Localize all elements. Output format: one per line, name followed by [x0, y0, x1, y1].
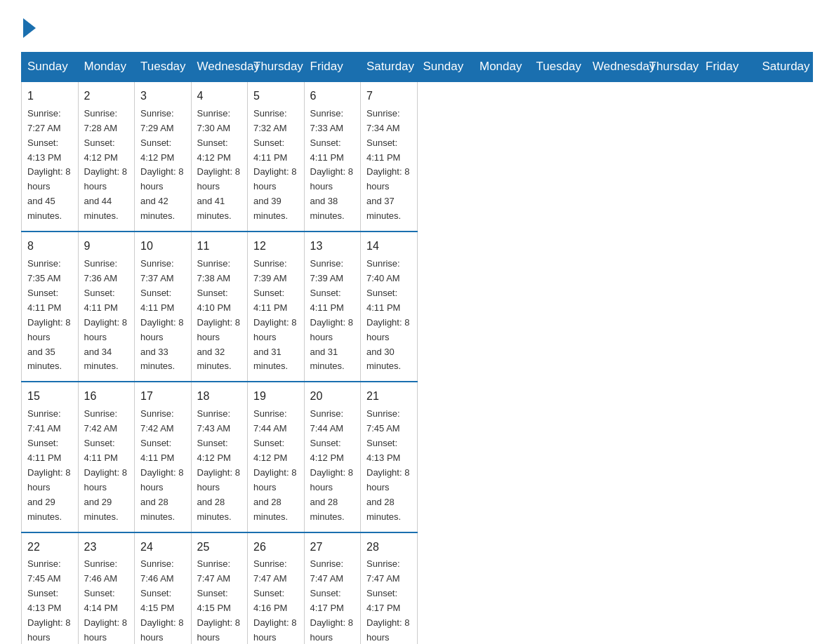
day-number: 13 — [310, 238, 355, 255]
calendar-day-cell: 22Sunrise: 7:45 AM Sunset: 4:13 PM Dayli… — [22, 532, 79, 644]
day-of-week-header: Wednesday — [587, 53, 644, 82]
day-number: 21 — [366, 388, 411, 405]
calendar-week-row: 15Sunrise: 7:41 AM Sunset: 4:11 PM Dayli… — [22, 382, 813, 532]
day-info-text: Sunrise: 7:35 AM Sunset: 4:11 PM Dayligh… — [27, 258, 70, 371]
calendar-day-cell: 2Sunrise: 7:28 AM Sunset: 4:12 PM Daylig… — [78, 81, 135, 232]
calendar-day-cell: 26Sunrise: 7:47 AM Sunset: 4:16 PM Dayli… — [248, 532, 305, 644]
day-info-text: Sunrise: 7:41 AM Sunset: 4:11 PM Dayligh… — [27, 408, 70, 521]
calendar-day-cell: 19Sunrise: 7:44 AM Sunset: 4:12 PM Dayli… — [248, 382, 305, 532]
day-of-week-header: Sunday — [22, 53, 79, 82]
day-number: 15 — [27, 388, 72, 405]
day-info-text: Sunrise: 7:45 AM Sunset: 4:13 PM Dayligh… — [27, 558, 70, 644]
calendar-day-cell: 20Sunrise: 7:44 AM Sunset: 4:12 PM Dayli… — [304, 382, 361, 532]
day-number: 17 — [140, 388, 185, 405]
day-number: 16 — [84, 388, 129, 405]
day-number: 25 — [197, 539, 242, 556]
logo — [21, 21, 36, 38]
day-of-week-header: Tuesday — [530, 53, 587, 82]
day-number: 5 — [253, 88, 298, 105]
calendar-day-cell: 25Sunrise: 7:47 AM Sunset: 4:15 PM Dayli… — [191, 532, 248, 644]
day-info-text: Sunrise: 7:28 AM Sunset: 4:12 PM Dayligh… — [84, 108, 127, 221]
day-info-text: Sunrise: 7:47 AM Sunset: 4:17 PM Dayligh… — [366, 558, 409, 644]
day-number: 11 — [197, 238, 242, 255]
calendar-day-cell: 15Sunrise: 7:41 AM Sunset: 4:11 PM Dayli… — [22, 382, 79, 532]
day-number: 14 — [366, 238, 411, 255]
day-info-text: Sunrise: 7:45 AM Sunset: 4:13 PM Dayligh… — [366, 408, 409, 521]
day-of-week-header: Monday — [474, 53, 531, 82]
day-info-text: Sunrise: 7:38 AM Sunset: 4:10 PM Dayligh… — [197, 258, 240, 371]
day-info-text: Sunrise: 7:40 AM Sunset: 4:11 PM Dayligh… — [366, 258, 409, 371]
day-of-week-header: Friday — [304, 53, 361, 82]
calendar-day-cell: 18Sunrise: 7:43 AM Sunset: 4:12 PM Dayli… — [191, 382, 248, 532]
calendar-week-row: 1Sunrise: 7:27 AM Sunset: 4:13 PM Daylig… — [22, 81, 813, 232]
day-info-text: Sunrise: 7:47 AM Sunset: 4:16 PM Dayligh… — [253, 558, 296, 644]
day-of-week-header: Thursday — [643, 53, 700, 82]
day-of-week-header: Sunday — [417, 53, 474, 82]
day-info-text: Sunrise: 7:27 AM Sunset: 4:13 PM Dayligh… — [27, 108, 70, 221]
day-info-text: Sunrise: 7:44 AM Sunset: 4:12 PM Dayligh… — [310, 408, 353, 521]
day-info-text: Sunrise: 7:46 AM Sunset: 4:15 PM Dayligh… — [140, 558, 183, 644]
day-of-week-header: Friday — [700, 53, 757, 82]
day-number: 4 — [197, 88, 242, 105]
day-info-text: Sunrise: 7:47 AM Sunset: 4:15 PM Dayligh… — [197, 558, 240, 644]
day-number: 9 — [84, 238, 129, 255]
day-of-week-header: Monday — [78, 53, 135, 82]
day-info-text: Sunrise: 7:34 AM Sunset: 4:11 PM Dayligh… — [366, 108, 409, 221]
calendar-day-cell: 23Sunrise: 7:46 AM Sunset: 4:14 PM Dayli… — [78, 532, 135, 644]
calendar-table: SundayMondayTuesdayWednesdayThursdayFrid… — [21, 52, 813, 644]
page-header — [21, 21, 813, 38]
day-of-week-header: Saturday — [756, 53, 813, 82]
day-info-text: Sunrise: 7:29 AM Sunset: 4:12 PM Dayligh… — [140, 108, 183, 221]
day-info-text: Sunrise: 7:42 AM Sunset: 4:11 PM Dayligh… — [140, 408, 183, 521]
day-info-text: Sunrise: 7:37 AM Sunset: 4:11 PM Dayligh… — [140, 258, 183, 371]
day-of-week-header: Saturday — [361, 53, 418, 82]
calendar-day-cell: 28Sunrise: 7:47 AM Sunset: 4:17 PM Dayli… — [361, 532, 418, 644]
day-number: 10 — [140, 238, 185, 255]
day-info-text: Sunrise: 7:43 AM Sunset: 4:12 PM Dayligh… — [197, 408, 240, 521]
logo-arrow-icon — [23, 18, 36, 38]
day-number: 24 — [140, 539, 185, 556]
day-info-text: Sunrise: 7:44 AM Sunset: 4:12 PM Dayligh… — [253, 408, 296, 521]
calendar-day-cell: 10Sunrise: 7:37 AM Sunset: 4:11 PM Dayli… — [135, 232, 192, 382]
day-number: 20 — [310, 388, 355, 405]
calendar-day-cell: 17Sunrise: 7:42 AM Sunset: 4:11 PM Dayli… — [135, 382, 192, 532]
calendar-day-cell: 14Sunrise: 7:40 AM Sunset: 4:11 PM Dayli… — [361, 232, 418, 382]
day-info-text: Sunrise: 7:32 AM Sunset: 4:11 PM Dayligh… — [253, 108, 296, 221]
day-number: 12 — [253, 238, 298, 255]
day-of-week-header: Tuesday — [135, 53, 192, 82]
calendar-week-row: 8Sunrise: 7:35 AM Sunset: 4:11 PM Daylig… — [22, 232, 813, 382]
day-number: 19 — [253, 388, 298, 405]
day-number: 28 — [366, 539, 411, 556]
day-info-text: Sunrise: 7:42 AM Sunset: 4:11 PM Dayligh… — [84, 408, 127, 521]
calendar-day-cell: 3Sunrise: 7:29 AM Sunset: 4:12 PM Daylig… — [135, 81, 192, 232]
day-number: 6 — [310, 88, 355, 105]
day-number: 7 — [366, 88, 411, 105]
day-info-text: Sunrise: 7:47 AM Sunset: 4:17 PM Dayligh… — [310, 558, 353, 644]
day-info-text: Sunrise: 7:39 AM Sunset: 4:11 PM Dayligh… — [253, 258, 296, 371]
calendar-day-cell: 7Sunrise: 7:34 AM Sunset: 4:11 PM Daylig… — [361, 81, 418, 232]
day-info-text: Sunrise: 7:30 AM Sunset: 4:12 PM Dayligh… — [197, 108, 240, 221]
day-of-week-header: Thursday — [248, 53, 305, 82]
calendar-day-cell: 24Sunrise: 7:46 AM Sunset: 4:15 PM Dayli… — [135, 532, 192, 644]
day-number: 3 — [140, 88, 185, 105]
day-number: 26 — [253, 539, 298, 556]
calendar-day-cell: 4Sunrise: 7:30 AM Sunset: 4:12 PM Daylig… — [191, 81, 248, 232]
calendar-day-cell: 27Sunrise: 7:47 AM Sunset: 4:17 PM Dayli… — [304, 532, 361, 644]
day-info-text: Sunrise: 7:39 AM Sunset: 4:11 PM Dayligh… — [310, 258, 353, 371]
calendar-day-cell: 9Sunrise: 7:36 AM Sunset: 4:11 PM Daylig… — [78, 232, 135, 382]
calendar-header-row: SundayMondayTuesdayWednesdayThursdayFrid… — [22, 53, 813, 82]
day-info-text: Sunrise: 7:33 AM Sunset: 4:11 PM Dayligh… — [310, 108, 353, 221]
calendar-day-cell: 13Sunrise: 7:39 AM Sunset: 4:11 PM Dayli… — [304, 232, 361, 382]
day-number: 8 — [27, 238, 72, 255]
day-number: 18 — [197, 388, 242, 405]
calendar-day-cell: 12Sunrise: 7:39 AM Sunset: 4:11 PM Dayli… — [248, 232, 305, 382]
calendar-day-cell: 5Sunrise: 7:32 AM Sunset: 4:11 PM Daylig… — [248, 81, 305, 232]
day-number: 22 — [27, 539, 72, 556]
day-info-text: Sunrise: 7:36 AM Sunset: 4:11 PM Dayligh… — [84, 258, 127, 371]
day-of-week-header: Wednesday — [191, 53, 248, 82]
day-number: 23 — [84, 539, 129, 556]
calendar-week-row: 22Sunrise: 7:45 AM Sunset: 4:13 PM Dayli… — [22, 532, 813, 644]
calendar-day-cell: 1Sunrise: 7:27 AM Sunset: 4:13 PM Daylig… — [22, 81, 79, 232]
calendar-day-cell: 6Sunrise: 7:33 AM Sunset: 4:11 PM Daylig… — [304, 81, 361, 232]
day-number: 1 — [27, 88, 72, 105]
